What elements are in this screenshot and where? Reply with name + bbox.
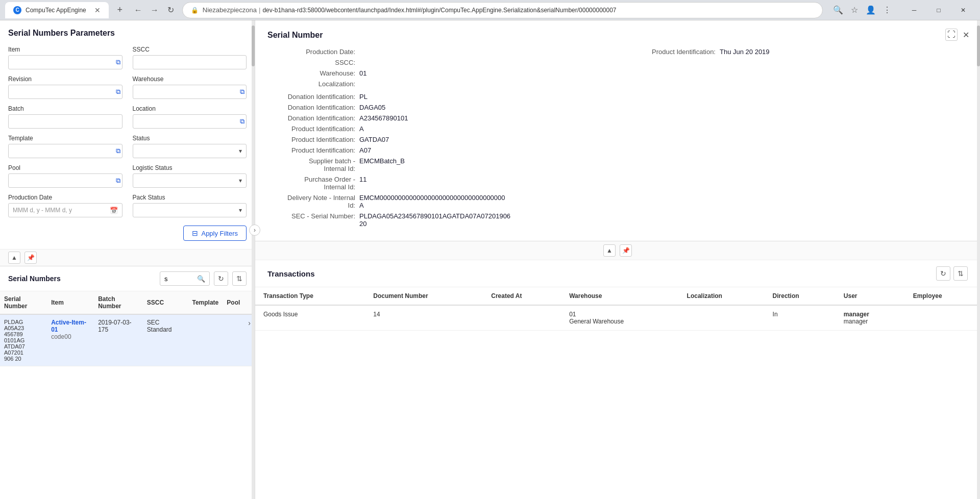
transactions-sort-button[interactable]: ⇅ [953,266,968,281]
detail-close-button[interactable]: ✕ [960,29,972,41]
revision-input[interactable] [8,85,122,99]
warehouse-input-wrapper: ⧉ [133,85,247,99]
logistic-status-field-group: Logistic Status ▾ [133,164,247,188]
search-input[interactable] [164,275,195,283]
pool-link-icon[interactable]: ⧉ [116,177,120,185]
status-select[interactable]: ▾ [133,144,247,158]
browser-tab[interactable]: C CompuTec AppEngine ✕ [5,2,109,18]
pool-input[interactable] [8,173,122,188]
sscc-field-group: SSCC [133,46,247,69]
table-row[interactable]: PLDAGA05A234567890101AGATDA07A07201906 2… [0,314,255,366]
template-link-icon[interactable]: ⧉ [116,147,120,155]
production-date-key: Production Date: [267,48,359,56]
item-label: Item [8,46,122,53]
location-input[interactable] [133,114,247,129]
cell-template [188,314,223,366]
table-header: Serial Number Item Batch Number SSCC Tem… [0,291,255,314]
logistic-status-select[interactable]: ▾ [133,173,247,188]
address-bar[interactable]: 🔒 Niezabezpieczona | dev-b1hana-rd3:5800… [182,2,823,18]
donation-id-1-val: PL [359,93,368,101]
donation-id-1-key: Donation Identification: [267,93,359,101]
collapse-up-button[interactable]: ▲ [8,252,20,264]
status-field-group: Status ▾ [133,135,247,158]
product-id-3-val: GATDA07 [359,136,389,143]
forward-button[interactable]: → [148,3,162,17]
product-id-3-key: Product Identification: [267,136,359,143]
revision-label: Revision [8,76,122,83]
revision-field-group: Revision ⧉ [8,76,122,99]
minimize-button[interactable]: ─ [902,3,926,18]
sscc-key: SSCC: [267,59,359,66]
logistic-status-label: Logistic Status [133,164,247,171]
batch-input-wrapper [8,114,122,129]
pin-button[interactable]: 📌 [24,252,37,264]
production-date-label: Production Date [8,194,122,201]
cell-serial-number: PLDAGA05A234567890101AGATDA07A07201906 2… [0,314,47,366]
item-input[interactable] [8,55,122,69]
warehouse-link-icon[interactable]: ⧉ [240,88,244,96]
pool-field-group: Pool ⧉ [8,164,122,188]
detail-content: Production Date: SSCC: Warehouse: 01 Loc… [267,48,968,231]
reload-button[interactable]: ↻ [164,3,178,17]
detail-title: Serial Number [267,31,968,40]
supplier-batch-val: EMCMBatch_B [359,157,405,165]
filter-icon: ⊟ [192,229,198,237]
pool-label: Pool [8,164,122,171]
maximize-button[interactable]: □ [927,3,950,18]
left-panel: Serial Numbers Parameters Item ⧉ SSCC [0,20,255,499]
new-tab-button[interactable]: + [113,3,127,17]
product-id-1-row: Product Identification: Thu Jun 20 2019 [628,48,968,56]
product-id-1-key: Product Identification: [628,48,720,56]
table-row[interactable]: Goods Issue 14 01General Warehouse In ma… [255,305,980,331]
item-link-icon[interactable]: ⧉ [116,58,120,66]
params-collapse-bar: ▲ 📌 [0,249,255,266]
batch-input[interactable] [8,114,122,129]
col-batch-number: Batch Number [94,291,143,314]
main-content: Serial Numbers Parameters Item ⧉ SSCC [0,20,980,499]
sscc-input-wrapper [133,55,247,69]
template-input[interactable] [8,144,122,158]
close-window-button[interactable]: ✕ [951,3,975,18]
transactions-actions: ↻ ⇅ [936,266,968,281]
delivery-note-val: EMCM0000000000000000000000000000000000A [359,194,505,209]
transactions-table-header: Transaction Type Document Number Created… [255,287,980,305]
refresh-list-button[interactable]: ↻ [214,271,228,286]
search-icon: 🔍 [197,275,205,283]
batch-field-group: Batch [8,105,122,129]
search-box[interactable]: 🔍 [160,271,210,286]
cell-direction: In [765,305,836,331]
back-button[interactable]: ← [131,3,145,17]
revision-link-icon[interactable]: ⧉ [116,88,120,96]
warehouse-input[interactable] [133,85,247,99]
parameters-section: Serial Numbers Parameters Item ⧉ SSCC [0,20,255,249]
status-chevron-icon: ▾ [239,147,242,155]
logistic-status-chevron-icon: ▾ [239,177,242,184]
calendar-icon[interactable]: 📅 [110,207,118,214]
transactions-header-row: Transaction Type Document Number Created… [255,287,980,305]
panel-collapse-arrow[interactable]: › [249,224,260,236]
menu-button[interactable]: ⋮ [880,3,894,17]
detail-collapse-up-button[interactable]: ▲ [603,244,616,257]
tab-close-icon[interactable]: ✕ [94,6,101,14]
apply-filters-button[interactable]: ⊟ Apply Filters [183,226,247,241]
col-transaction-type: Transaction Type [255,287,365,305]
product-id-4-row: Product Identification: A07 [267,146,607,154]
template-label: Template [8,135,122,142]
bookmark-button[interactable]: ☆ [847,3,862,17]
search-button[interactable]: 🔍 [831,3,845,17]
transactions-header: Transactions ↻ ⇅ [255,260,980,287]
col-user: User [836,287,905,305]
location-link-icon[interactable]: ⧉ [240,117,244,126]
product-id-2-row: Product Identification: A [267,125,607,133]
sscc-input[interactable] [133,55,247,69]
profile-button[interactable]: 👤 [864,3,878,17]
sort-button[interactable]: ⇅ [232,271,247,286]
pack-status-select[interactable]: ▾ [133,203,247,217]
detail-pin-button[interactable]: 📌 [620,244,632,257]
production-date-input[interactable]: MMM d, y - MMM d, y 📅 [8,203,122,217]
pack-status-chevron-icon: ▾ [239,207,242,214]
transactions-refresh-button[interactable]: ↻ [936,266,950,281]
pool-input-wrapper: ⧉ [8,173,122,188]
warehouse-label: Warehouse [133,76,247,83]
detail-expand-button[interactable]: ⛶ [945,29,958,41]
